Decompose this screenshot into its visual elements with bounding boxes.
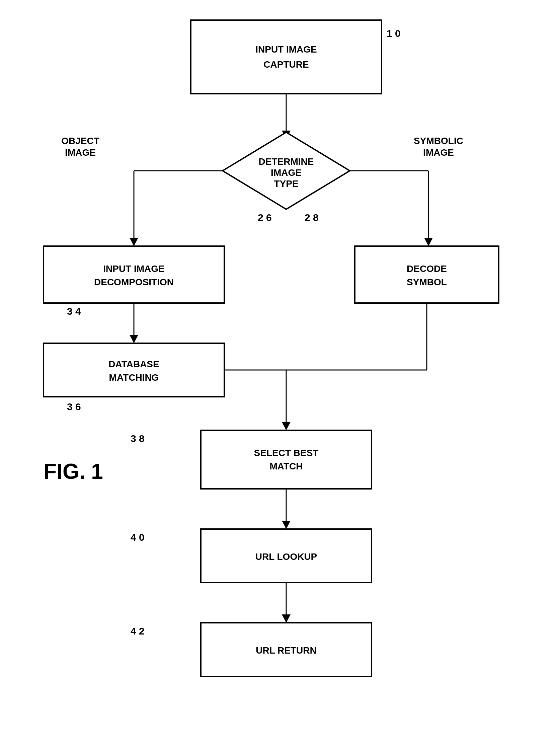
object-image-label2: IMAGE [65,147,96,158]
input-image-decomposition-label2: DECOMPOSITION [94,277,174,287]
url-return-label: URL RETURN [256,645,316,656]
url-lookup-label: URL LOOKUP [255,551,317,562]
svg-marker-18 [282,521,291,529]
ref-10: 1 0 [387,28,401,39]
ref-26: 2 6 [258,212,272,223]
ref-38: 3 8 [131,433,144,444]
figure-label: FIG. 1 [43,459,103,484]
decode-symbol-box [355,246,499,303]
database-matching-label: DATABASE [108,359,159,369]
svg-marker-6 [130,238,138,246]
svg-marker-9 [424,238,433,246]
determine-image-type-label3: TYPE [274,179,298,189]
decode-symbol-label: DECODE [407,263,447,274]
ref-34: 3 4 [67,306,81,317]
database-matching-label2: MATCHING [109,372,159,383]
input-image-capture-label2: CAPTURE [263,59,308,70]
input-image-decomposition-label: INPUT IMAGE [103,263,165,274]
diagram-container: INPUT IMAGE CAPTURE 1 0 DETERMINE IMAGE … [0,0,560,745]
select-best-match-box [201,430,371,489]
svg-marker-11 [130,335,138,343]
ref-42: 4 2 [131,625,144,637]
svg-marker-16 [282,422,291,430]
input-image-capture-label: INPUT IMAGE [255,44,317,55]
ref-28: 2 8 [305,212,319,223]
symbolic-image-label: SYMBOLIC [414,136,463,146]
svg-marker-20 [282,614,291,623]
input-image-decomposition-box [43,246,224,303]
decode-symbol-label2: SYMBOL [407,277,447,287]
database-matching-box [43,343,224,397]
select-best-match-label: SELECT BEST [254,448,319,458]
input-image-capture-box [191,20,382,94]
ref-36: 3 6 [67,401,81,412]
symbolic-image-label2: IMAGE [423,147,454,158]
determine-image-type-label2: IMAGE [271,167,302,178]
ref-40: 4 0 [131,532,144,543]
object-image-label: OBJECT [61,136,99,146]
select-best-match-label2: MATCH [269,461,303,472]
determine-image-type-label: DETERMINE [259,156,314,167]
